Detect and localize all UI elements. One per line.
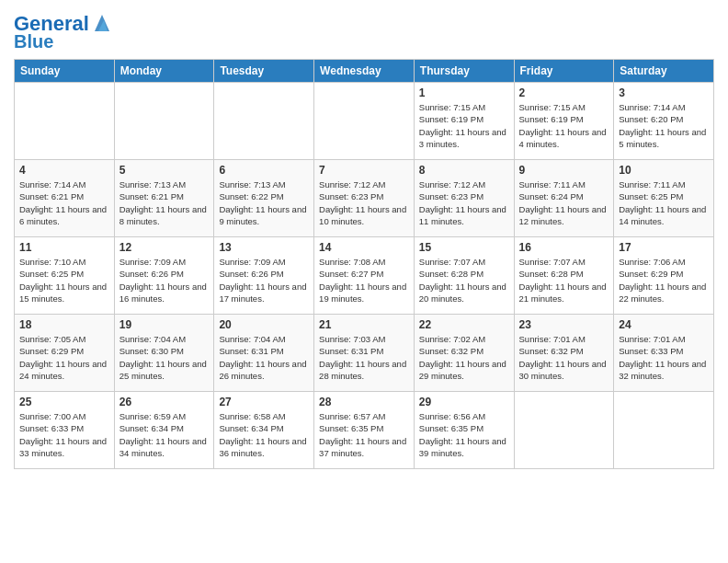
day-info: Sunrise: 7:03 AM Sunset: 6:31 PM Dayligh… bbox=[319, 333, 409, 382]
weekday-header: Wednesday bbox=[314, 60, 415, 83]
day-info: Sunrise: 7:11 AM Sunset: 6:25 PM Dayligh… bbox=[619, 178, 709, 227]
calendar-cell: 20Sunrise: 7:04 AM Sunset: 6:31 PM Dayli… bbox=[214, 315, 314, 392]
calendar-cell: 7Sunrise: 7:12 AM Sunset: 6:23 PM Daylig… bbox=[314, 160, 415, 237]
day-info: Sunrise: 7:11 AM Sunset: 6:24 PM Dayligh… bbox=[519, 178, 609, 227]
weekday-header: Saturday bbox=[614, 60, 714, 83]
calendar-cell: 27Sunrise: 6:58 AM Sunset: 6:34 PM Dayli… bbox=[214, 392, 314, 469]
calendar-cell bbox=[614, 392, 714, 469]
day-number: 2 bbox=[519, 86, 609, 99]
day-info: Sunrise: 7:13 AM Sunset: 6:21 PM Dayligh… bbox=[119, 178, 210, 227]
day-info: Sunrise: 7:01 AM Sunset: 6:32 PM Dayligh… bbox=[519, 333, 609, 382]
day-number: 19 bbox=[119, 318, 210, 331]
day-info: Sunrise: 6:58 AM Sunset: 6:34 PM Dayligh… bbox=[219, 410, 309, 459]
calendar-cell: 17Sunrise: 7:06 AM Sunset: 6:29 PM Dayli… bbox=[614, 237, 714, 315]
day-number: 15 bbox=[419, 241, 509, 254]
day-info: Sunrise: 7:02 AM Sunset: 6:32 PM Dayligh… bbox=[419, 333, 509, 382]
calendar-cell: 14Sunrise: 7:08 AM Sunset: 6:27 PM Dayli… bbox=[314, 237, 415, 315]
day-info: Sunrise: 7:13 AM Sunset: 6:22 PM Dayligh… bbox=[219, 178, 309, 227]
day-info: Sunrise: 7:10 AM Sunset: 6:25 PM Dayligh… bbox=[19, 256, 109, 304]
day-number: 16 bbox=[519, 241, 609, 254]
day-info: Sunrise: 7:12 AM Sunset: 6:23 PM Dayligh… bbox=[319, 178, 409, 227]
calendar-cell: 16Sunrise: 7:07 AM Sunset: 6:28 PM Dayli… bbox=[514, 237, 614, 315]
day-number: 11 bbox=[19, 241, 109, 254]
weekday-header: Tuesday bbox=[214, 60, 314, 83]
calendar-cell: 13Sunrise: 7:09 AM Sunset: 6:26 PM Dayli… bbox=[214, 237, 314, 315]
day-info: Sunrise: 7:15 AM Sunset: 6:19 PM Dayligh… bbox=[419, 101, 509, 150]
day-number: 10 bbox=[619, 164, 709, 177]
weekday-header: Monday bbox=[114, 60, 214, 83]
calendar-cell: 10Sunrise: 7:11 AM Sunset: 6:25 PM Dayli… bbox=[614, 160, 714, 237]
day-info: Sunrise: 6:56 AM Sunset: 6:35 PM Dayligh… bbox=[419, 410, 509, 459]
calendar-cell: 9Sunrise: 7:11 AM Sunset: 6:24 PM Daylig… bbox=[514, 160, 614, 237]
calendar-cell: 15Sunrise: 7:07 AM Sunset: 6:28 PM Dayli… bbox=[414, 237, 514, 315]
calendar-cell: 5Sunrise: 7:13 AM Sunset: 6:21 PM Daylig… bbox=[114, 160, 214, 237]
calendar-cell: 25Sunrise: 7:00 AM Sunset: 6:33 PM Dayli… bbox=[15, 392, 115, 469]
calendar-cell: 12Sunrise: 7:09 AM Sunset: 6:26 PM Dayli… bbox=[114, 237, 214, 315]
calendar-cell: 2Sunrise: 7:15 AM Sunset: 6:19 PM Daylig… bbox=[514, 83, 614, 160]
calendar-cell: 3Sunrise: 7:14 AM Sunset: 6:20 PM Daylig… bbox=[614, 83, 714, 160]
calendar-cell: 22Sunrise: 7:02 AM Sunset: 6:32 PM Dayli… bbox=[414, 315, 514, 392]
day-number: 14 bbox=[319, 241, 409, 254]
calendar-cell: 26Sunrise: 6:59 AM Sunset: 6:34 PM Dayli… bbox=[114, 392, 214, 469]
day-number: 18 bbox=[19, 318, 109, 331]
day-number: 22 bbox=[419, 318, 509, 331]
day-info: Sunrise: 7:12 AM Sunset: 6:23 PM Dayligh… bbox=[419, 178, 509, 227]
calendar-cell bbox=[114, 83, 214, 160]
logo-blue-text: Blue bbox=[14, 31, 53, 52]
day-number: 29 bbox=[419, 396, 509, 408]
day-info: Sunrise: 7:09 AM Sunset: 6:26 PM Dayligh… bbox=[119, 256, 210, 304]
day-number: 20 bbox=[219, 318, 309, 331]
day-number: 9 bbox=[519, 164, 609, 177]
day-number: 8 bbox=[419, 164, 509, 177]
header: General Blue bbox=[14, 9, 714, 52]
calendar-cell: 28Sunrise: 6:57 AM Sunset: 6:35 PM Dayli… bbox=[314, 392, 415, 469]
calendar-week-row: 4Sunrise: 7:14 AM Sunset: 6:21 PM Daylig… bbox=[15, 160, 714, 237]
calendar-cell bbox=[514, 392, 614, 469]
calendar-cell: 4Sunrise: 7:14 AM Sunset: 6:21 PM Daylig… bbox=[15, 160, 115, 237]
day-number: 28 bbox=[319, 396, 409, 408]
day-info: Sunrise: 7:05 AM Sunset: 6:29 PM Dayligh… bbox=[19, 333, 109, 382]
calendar-cell: 1Sunrise: 7:15 AM Sunset: 6:19 PM Daylig… bbox=[414, 83, 514, 160]
day-number: 24 bbox=[619, 318, 709, 331]
day-info: Sunrise: 7:07 AM Sunset: 6:28 PM Dayligh… bbox=[519, 256, 609, 304]
day-number: 23 bbox=[519, 318, 609, 331]
day-info: Sunrise: 7:15 AM Sunset: 6:19 PM Dayligh… bbox=[519, 101, 609, 150]
day-number: 6 bbox=[219, 164, 309, 177]
day-info: Sunrise: 6:59 AM Sunset: 6:34 PM Dayligh… bbox=[119, 410, 210, 459]
day-info: Sunrise: 7:04 AM Sunset: 6:31 PM Dayligh… bbox=[219, 333, 309, 382]
day-info: Sunrise: 7:06 AM Sunset: 6:29 PM Dayligh… bbox=[619, 256, 709, 304]
calendar-week-row: 25Sunrise: 7:00 AM Sunset: 6:33 PM Dayli… bbox=[15, 392, 714, 469]
day-info: Sunrise: 7:04 AM Sunset: 6:30 PM Dayligh… bbox=[119, 333, 210, 382]
day-number: 25 bbox=[19, 396, 109, 408]
day-info: Sunrise: 7:00 AM Sunset: 6:33 PM Dayligh… bbox=[19, 410, 109, 459]
day-number: 17 bbox=[619, 241, 709, 254]
day-number: 1 bbox=[419, 86, 509, 99]
day-number: 13 bbox=[219, 241, 309, 254]
page: General Blue SundayMondayTuesdayWednesda… bbox=[0, 0, 728, 563]
day-number: 5 bbox=[119, 164, 210, 177]
calendar-cell: 19Sunrise: 7:04 AM Sunset: 6:30 PM Dayli… bbox=[114, 315, 214, 392]
calendar-cell: 18Sunrise: 7:05 AM Sunset: 6:29 PM Dayli… bbox=[15, 315, 115, 392]
calendar-week-row: 18Sunrise: 7:05 AM Sunset: 6:29 PM Dayli… bbox=[15, 315, 714, 392]
calendar-cell: 11Sunrise: 7:10 AM Sunset: 6:25 PM Dayli… bbox=[15, 237, 115, 315]
calendar-week-row: 1Sunrise: 7:15 AM Sunset: 6:19 PM Daylig… bbox=[15, 83, 714, 160]
day-info: Sunrise: 7:01 AM Sunset: 6:33 PM Dayligh… bbox=[619, 333, 709, 382]
calendar-cell: 8Sunrise: 7:12 AM Sunset: 6:23 PM Daylig… bbox=[414, 160, 514, 237]
day-number: 21 bbox=[319, 318, 409, 331]
calendar-table: SundayMondayTuesdayWednesdayThursdayFrid… bbox=[14, 59, 714, 469]
day-info: Sunrise: 7:14 AM Sunset: 6:21 PM Dayligh… bbox=[19, 178, 109, 227]
day-number: 12 bbox=[119, 241, 210, 254]
calendar-week-row: 11Sunrise: 7:10 AM Sunset: 6:25 PM Dayli… bbox=[15, 237, 714, 315]
day-number: 26 bbox=[119, 396, 210, 408]
calendar-cell: 29Sunrise: 6:56 AM Sunset: 6:35 PM Dayli… bbox=[414, 392, 514, 469]
weekday-header-row: SundayMondayTuesdayWednesdayThursdayFrid… bbox=[15, 60, 714, 83]
weekday-header: Friday bbox=[514, 60, 614, 83]
calendar-cell: 6Sunrise: 7:13 AM Sunset: 6:22 PM Daylig… bbox=[214, 160, 314, 237]
day-info: Sunrise: 6:57 AM Sunset: 6:35 PM Dayligh… bbox=[319, 410, 409, 459]
calendar-cell bbox=[314, 83, 415, 160]
calendar-cell: 24Sunrise: 7:01 AM Sunset: 6:33 PM Dayli… bbox=[614, 315, 714, 392]
day-number: 7 bbox=[319, 164, 409, 177]
calendar-cell: 21Sunrise: 7:03 AM Sunset: 6:31 PM Dayli… bbox=[314, 315, 415, 392]
day-info: Sunrise: 7:14 AM Sunset: 6:20 PM Dayligh… bbox=[619, 101, 709, 150]
day-number: 4 bbox=[19, 164, 109, 177]
